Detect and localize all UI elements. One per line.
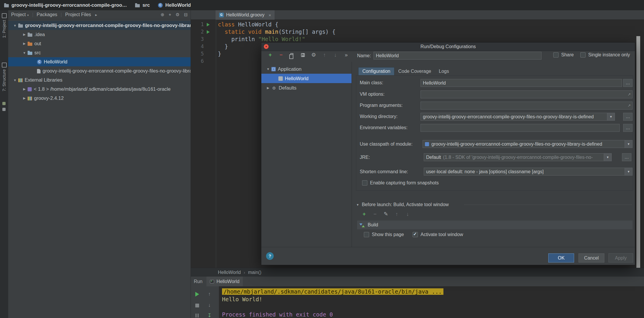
task-up-icon[interactable]: ↑ [394, 211, 400, 217]
stripe-mini-icon-1[interactable] [2, 102, 6, 105]
settings-icon[interactable]: ⚙ [176, 12, 179, 17]
program-arguments-field[interactable]: ↗ [421, 102, 633, 110]
editor-scrollbar[interactable] [636, 36, 640, 269]
run-tab-helloworld[interactable]: HelloWorld [206, 277, 243, 286]
collapse-all-icon[interactable]: ⊟ [184, 12, 188, 17]
dialog-tab-code-coverage[interactable]: Code Coverage [394, 68, 435, 75]
show-this-page-checkbox[interactable]: Show this page [364, 232, 404, 237]
console-output[interactable]: /home/mbjarland/.sdkman/candidates/java/… [222, 288, 643, 318]
dialog-tab-configuration[interactable]: Configuration [358, 67, 394, 75]
close-tab-icon[interactable]: × [268, 13, 271, 18]
edit-task-icon[interactable]: ✎ [383, 211, 389, 217]
expand-field-icon[interactable]: ↗ [628, 92, 631, 97]
packages-tab[interactable]: Packages [37, 12, 57, 17]
project-view-selector[interactable]: Project▾ [11, 12, 29, 17]
code-token: } [218, 43, 228, 50]
before-launch-section[interactable]: ▼ Before launch: Build, Activate tool wi… [356, 202, 449, 207]
tree-expander-icon[interactable]: ▼ [265, 67, 271, 71]
tool-stripe-structure-button[interactable]: 7: Structure [0, 63, 8, 91]
add-configuration-icon[interactable]: + [267, 52, 273, 58]
copy-configuration-icon[interactable] [289, 52, 295, 58]
tree-expander-icon[interactable]: ▼ [12, 78, 18, 82]
project-files-tab[interactable]: Project Files [65, 12, 91, 17]
breadcrumb-method[interactable]: main() [248, 270, 261, 275]
edit-defaults-icon[interactable]: ⚙ [311, 52, 317, 58]
editor-tab-bar: HelloWorld.groovy × [191, 10, 644, 20]
save-configuration-icon[interactable] [300, 52, 306, 58]
apply-button[interactable]: Apply [608, 253, 633, 263]
tree-expander-icon[interactable]: ▶ [21, 42, 28, 46]
stripe-mini-icon-2[interactable] [2, 108, 6, 111]
project-tree-item-idea[interactable]: ▶.idea [8, 30, 191, 39]
config-tree-item-application[interactable]: ▼Application [261, 64, 352, 74]
main-class-browse-button[interactable]: … [623, 79, 633, 87]
project-tree-item-groovy-intellij-groovy-errorcannot-compile-groov[interactable]: ▼groovy-intellij-groovy-errorcannot-comp… [8, 21, 191, 30]
share-checkbox[interactable]: Share [553, 52, 574, 58]
environment-variables-browse-button[interactable]: … [623, 124, 633, 132]
run-tool-label: Run [194, 279, 202, 284]
project-tree-item-groovy-intellij-groovy-errorcannot-compile-groov[interactable]: groovy-intellij-groovy-errorcannot-compi… [8, 66, 191, 75]
move-down-icon[interactable]: ↓ [332, 52, 338, 58]
cancel-button[interactable]: Cancel [579, 253, 604, 263]
project-tree-item-out[interactable]: ▶out [8, 39, 191, 48]
run-line-marker-icon[interactable] [207, 23, 210, 26]
config-tree-item-helloworld[interactable]: HelloWorld [261, 74, 352, 83]
add-task-icon[interactable]: + [361, 211, 367, 217]
tree-expander-icon[interactable]: ▶ [21, 87, 28, 91]
dropdown-arrow-icon[interactable]: ▼ [625, 140, 632, 148]
dropdown-arrow-icon[interactable]: ▼ [607, 113, 615, 120]
locate-icon[interactable]: ⊕ [161, 12, 164, 17]
enable-snapshots-checkbox[interactable]: Enable capturing form snapshots [362, 180, 439, 186]
project-tree-item-src[interactable]: ▼src [8, 48, 191, 57]
editor-tab-helloworld-groovy[interactable]: HelloWorld.groovy × [216, 10, 275, 20]
project-tree-item-helloworld[interactable]: HelloWorld [8, 57, 191, 66]
move-up-icon[interactable]: ↑ [322, 52, 327, 58]
shorten-command-line-combo[interactable]: user-local default: none - java [options… [424, 168, 633, 176]
project-tree-item-1-8-home-mbjarland-sdkman-candidates-java-8u161-[interactable]: ▶< 1.8 > /home/mbjarland/.sdkman/candida… [8, 85, 191, 94]
tree-expander-icon[interactable]: ▼ [21, 51, 28, 55]
more-actions-icon[interactable]: » [343, 52, 349, 58]
dialog-close-icon[interactable]: × [264, 44, 269, 49]
config-tree-item-defaults[interactable]: ▶Defaults [261, 83, 352, 92]
name-field[interactable]: HelloWorld [374, 52, 542, 60]
rerun-icon[interactable] [194, 291, 200, 297]
main-class-field[interactable]: HelloWorld [421, 79, 622, 87]
tabs-more-icon[interactable]: ▸ [95, 13, 97, 17]
up-arrow-icon[interactable]: ↑ [206, 291, 213, 297]
breadcrumb-class[interactable]: HelloWorld [218, 270, 241, 275]
down-arrow-icon[interactable]: ↓ [206, 302, 213, 309]
project-tree-item-groovy-2-4-12[interactable]: ▶groovy-2.4.12 [8, 94, 191, 103]
tree-expander-icon[interactable]: ▼ [12, 24, 18, 27]
remove-task-icon[interactable]: − [372, 211, 378, 217]
jre-browse-button[interactable]: … [622, 153, 631, 161]
pause-output-icon[interactable] [194, 312, 200, 318]
tree-expander-icon[interactable]: ▶ [21, 96, 28, 100]
vm-options-field[interactable]: ↗ [421, 90, 633, 98]
environment-variables-field[interactable] [421, 124, 620, 132]
section-collapse-icon[interactable]: ▼ [356, 203, 359, 206]
scroll-to-end-icon[interactable]: ↧ [206, 312, 213, 318]
project-tree-item-external-libraries[interactable]: ▼External Libraries [8, 75, 191, 85]
tree-expander-icon[interactable]: ▶ [21, 33, 28, 36]
tree-expander-icon[interactable]: ▶ [265, 86, 271, 90]
remove-configuration-icon[interactable]: − [278, 52, 284, 58]
expand-field-icon[interactable]: ↗ [628, 103, 631, 108]
before-launch-build-item[interactable]: Build [357, 221, 633, 229]
scroll-from-source-icon[interactable]: ⌖ [169, 12, 171, 17]
ok-button[interactable]: OK [548, 253, 574, 263]
activate-tool-window-checkbox[interactable]: Activate tool window [413, 232, 463, 237]
help-button[interactable]: ? [266, 252, 274, 260]
dropdown-arrow-icon[interactable]: ▼ [625, 168, 632, 175]
working-directory-browse-button[interactable]: … [623, 113, 633, 121]
dialog-tab-logs[interactable]: Logs [435, 68, 453, 75]
program-arguments-label: Program arguments: [360, 103, 403, 108]
stop-icon[interactable] [194, 302, 200, 309]
tool-stripe-project-button[interactable]: 1: Project [0, 13, 8, 38]
use-classpath-combo[interactable]: groovy-intellij-groovy-errorcannot-compi… [423, 140, 633, 148]
working-directory-field[interactable]: groovy-intellij-groovy-errorcannot-compi… [421, 113, 615, 121]
jre-combo[interactable]: Default (1.8 - SDK of 'groovy-intellij-g… [424, 153, 612, 161]
task-down-icon[interactable]: ↓ [405, 211, 411, 217]
single-instance-checkbox[interactable]: Single instance only [580, 52, 630, 58]
dropdown-arrow-icon[interactable]: ▼ [604, 154, 611, 161]
run-line-marker-icon[interactable] [207, 30, 210, 34]
